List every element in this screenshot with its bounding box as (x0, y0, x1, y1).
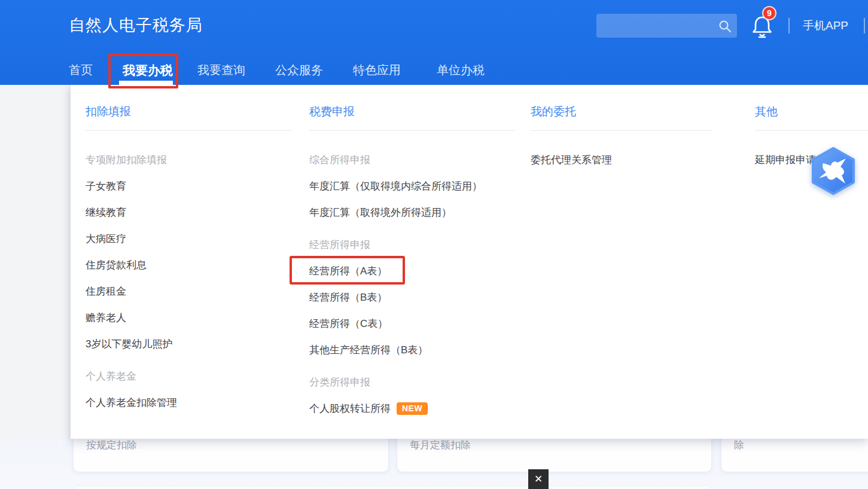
menu-section-label: 个人养老金 (86, 363, 177, 389)
menu-section-label: 经营所得申报 (309, 231, 482, 258)
menu-item[interactable]: 延期申报申请 (755, 146, 816, 173)
column-divider (86, 130, 291, 131)
close-icon[interactable]: ✕ (528, 469, 549, 489)
header-divider (788, 18, 790, 33)
column-divider (755, 130, 868, 131)
header-divider (864, 18, 865, 33)
background-card-title: 每月定额扣除 (410, 438, 471, 452)
menu-item[interactable]: 个人养老金扣除管理 (86, 389, 177, 415)
menu-item[interactable]: 大病医疗 (86, 225, 177, 252)
nav-public-service[interactable]: 公众服务 (275, 62, 323, 78)
menu-item[interactable]: 3岁以下婴幼儿照护 (86, 331, 177, 357)
search-input[interactable] (602, 14, 716, 38)
column-divider (309, 130, 514, 131)
menu-item[interactable]: 其他生产经营所得（B表） (309, 337, 482, 363)
new-badge: NEW (397, 402, 428, 415)
menu-item-business-income-form-a[interactable]: 经营所得（A表） (309, 258, 482, 284)
notification-bell[interactable]: 9 (750, 13, 776, 39)
menu-item[interactable]: 子女教育 (86, 173, 177, 199)
column-title-other: 其他 (755, 104, 778, 120)
nav-home[interactable]: 首页 (69, 62, 93, 78)
menu-item[interactable]: 经营所得（B表） (309, 284, 482, 310)
mobile-app-link[interactable]: 手机APP (803, 18, 848, 33)
nav-featured-apps[interactable]: 特色应用 (353, 62, 401, 78)
menu-item[interactable]: 住房租金 (86, 278, 177, 304)
column-items: 专项附加扣除填报 子女教育 继续教育 大病医疗 住房贷款利息 住房租金 赡养老人… (86, 146, 177, 415)
background-card (73, 485, 712, 489)
search-box[interactable] (596, 14, 737, 38)
menu-item[interactable]: 委托代理关系管理 (531, 146, 612, 173)
background-card-title: 除 (734, 438, 744, 452)
menu-item[interactable]: 个人股权转让所得 NEW (309, 395, 482, 421)
background-card-title: 按规定扣除 (86, 438, 137, 452)
menu-item[interactable]: 继续教育 (86, 199, 177, 225)
menu-item[interactable]: 赡养老人 (86, 304, 177, 331)
top-header: 自然人电子税务局 9 手机APP 首页 我要办税 我要查询 公众服务 特色应用 … (0, 0, 868, 85)
column-items: 委托代理关系管理 (531, 146, 612, 173)
nav-company-tax[interactable]: 单位办税 (437, 62, 485, 78)
search-icon[interactable] (718, 19, 732, 33)
column-title-deduction-filing: 扣除填报 (86, 104, 131, 120)
mega-dropdown-panel: 扣除填报 专项附加扣除填报 子女教育 继续教育 大病医疗 住房贷款利息 住房租金… (71, 85, 868, 439)
menu-section-label: 分类所得申报 (309, 369, 482, 395)
column-divider (531, 130, 712, 131)
highlight-box-nav (108, 54, 178, 88)
column-title-tax-declaration: 税费申报 (309, 104, 355, 120)
column-items: 延期申报申请 (755, 146, 816, 173)
menu-item[interactable]: 经营所得（C表） (309, 310, 482, 337)
nav-i-want-to-query[interactable]: 我要查询 (197, 62, 245, 78)
site-title: 自然人电子税务局 (69, 14, 203, 36)
menu-section-label: 综合所得申报 (309, 146, 482, 173)
column-items: 综合所得申报 年度汇算（仅取得境内综合所得适用） 年度汇算（取得境外所得适用） … (309, 146, 482, 421)
notification-count-badge: 9 (762, 6, 776, 20)
menu-item[interactable]: 年度汇算（取得境外所得适用） (309, 199, 482, 225)
column-title-my-delegation: 我的委托 (531, 104, 576, 120)
menu-section-label: 专项附加扣除填报 (86, 146, 177, 173)
menu-item[interactable]: 年度汇算（仅取得境内综合所得适用） (309, 173, 482, 199)
thunder-bird-overlay-icon[interactable] (811, 147, 856, 195)
page: 按规定扣除 每月定额扣除 除 自然人电子税务局 9 手机APP (0, 0, 868, 489)
menu-item[interactable]: 住房贷款利息 (86, 252, 177, 278)
